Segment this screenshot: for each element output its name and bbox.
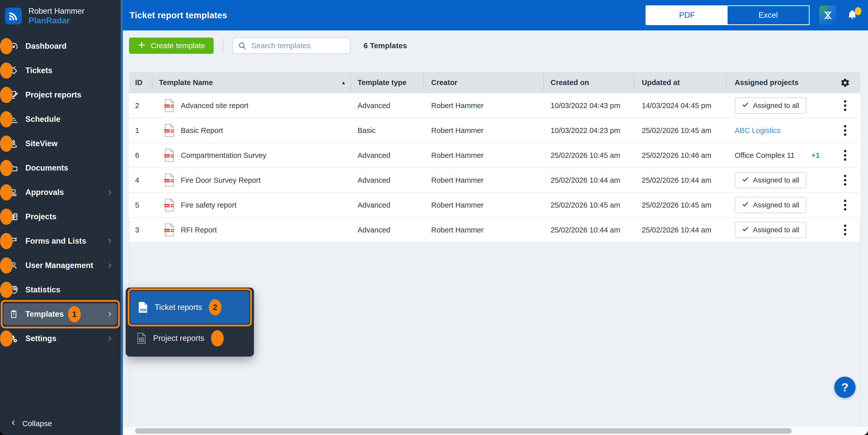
chevron-right-icon xyxy=(106,262,113,269)
sidebar-item-schedule[interactable]: Schedule xyxy=(0,107,121,131)
chevron-right-icon xyxy=(106,335,113,342)
cell-template-name: Compartmentation Survey xyxy=(181,151,267,160)
sidebar-item-forms-and-lists[interactable]: Forms and Lists xyxy=(0,229,121,253)
sidebar-item-templates[interactable]: Templates 1 xyxy=(0,302,121,326)
row-actions-kebab-icon[interactable] xyxy=(830,193,860,217)
help-button[interactable]: ? xyxy=(834,377,856,398)
cell-updated-at: 25/02/2026 10:44 am xyxy=(634,168,726,192)
row-actions-kebab-icon[interactable] xyxy=(830,93,860,118)
column-header-name[interactable]: Template Name▲ xyxy=(152,72,350,93)
sidebar-item-projects[interactable]: Projects xyxy=(0,205,121,229)
row-actions-kebab-icon[interactable] xyxy=(830,143,860,168)
cell-updated-at: 14/03/2024 04:45 pm xyxy=(634,93,726,118)
search-input[interactable] xyxy=(232,38,350,54)
assigned-to-all-chip[interactable]: Assigned to all xyxy=(735,197,806,213)
template-count: 6 Templates xyxy=(363,41,407,50)
cell-template-type: Advanced xyxy=(350,143,424,168)
table-row[interactable]: 4 PDF Fire Door Survey Report Advanced R… xyxy=(129,168,860,193)
cell-template-type: Advanced xyxy=(350,218,424,242)
submenu-item-project-reports[interactable]: Project reports xyxy=(129,326,251,351)
cell-template-type: Advanced xyxy=(350,93,424,118)
cell-id: 2 xyxy=(129,93,152,118)
column-settings-gear-icon[interactable] xyxy=(840,78,850,88)
pdf-file-icon: PDF xyxy=(164,174,175,187)
chevron-right-icon xyxy=(106,238,113,244)
svg-text:PDF: PDF xyxy=(164,229,169,232)
row-actions-kebab-icon[interactable] xyxy=(830,218,860,242)
assigned-project-link[interactable]: ABC Logistics xyxy=(735,126,781,135)
account-block[interactable]: Robert Hammer PlanRadar xyxy=(0,0,121,25)
table-row[interactable]: 5 PDF Fire safety report Advanced Robert… xyxy=(129,193,860,218)
sidebar-item-user-management[interactable]: User Management xyxy=(0,253,121,278)
sidebar-item-statistics[interactable]: Statistics xyxy=(0,278,121,302)
cell-template-name: RFI Report xyxy=(181,226,217,234)
assigned-to-all-chip[interactable]: Assigned to all xyxy=(735,172,806,188)
sidebar-item-tickets[interactable]: Tickets xyxy=(0,58,121,83)
column-header-gear[interactable] xyxy=(830,72,860,93)
notification-bell-icon[interactable] xyxy=(846,8,859,22)
sidebar-item-approvals[interactable]: Approvals xyxy=(0,180,121,205)
column-header-creator[interactable]: Creator xyxy=(424,72,544,93)
sidebar-item-project-reports[interactable]: Project reports xyxy=(0,83,121,107)
sidebar-item-dashboard[interactable]: Dashboard xyxy=(0,34,121,58)
step-badge xyxy=(0,184,13,200)
cell-id: 3 xyxy=(129,218,152,242)
step-badge: 2 xyxy=(209,299,221,315)
excel-toggle-button[interactable]: Excel xyxy=(727,6,809,24)
sidebar-collapse-button[interactable]: Collapse xyxy=(10,419,52,428)
create-template-button[interactable]: Create template xyxy=(129,38,214,54)
submenu-item-ticket-reports[interactable]: PDF Ticket reports 2 xyxy=(130,291,249,324)
table-header-row: IDTemplate Name▲Template typeCreatorCrea… xyxy=(129,72,860,93)
table-row[interactable]: 6 PDF Compartmentation Survey Advanced R… xyxy=(129,143,860,168)
cell-created-on: 10/03/2022 04:23 pm xyxy=(544,118,634,143)
cell-created-on: 25/02/2026 10:45 am xyxy=(544,193,634,217)
table-row[interactable]: 1 PDF Basic Report Basic Robert Hammer 1… xyxy=(129,118,860,143)
check-icon xyxy=(742,226,749,235)
cell-creator: Robert Hammer xyxy=(424,93,544,118)
step-badge xyxy=(0,62,13,79)
cell-template-type: Basic xyxy=(350,118,424,143)
table-row[interactable]: 3 PDF RFI Report Advanced Robert Hammer … xyxy=(129,218,860,243)
search-icon xyxy=(238,41,247,50)
cell-creator: Robert Hammer xyxy=(424,118,544,143)
chevron-left-icon xyxy=(10,419,17,428)
assigned-to-all-chip[interactable]: Assigned to all xyxy=(735,222,806,238)
cell-creator: Robert Hammer xyxy=(424,143,544,168)
cell-assigned-projects: Assigned to all xyxy=(726,218,830,242)
cell-updated-at: 25/02/2026 10:44 am xyxy=(634,218,726,242)
pdf-file-icon: PDF xyxy=(164,198,175,212)
sidebar-item-documents[interactable]: Documents xyxy=(0,156,121,180)
spreadsheet-file-icon xyxy=(136,332,147,344)
cell-assigned-projects: Office Complex 11+1 xyxy=(726,143,830,168)
step-badge xyxy=(0,87,13,103)
row-actions-kebab-icon[interactable] xyxy=(830,168,860,192)
sidebar-nav: Dashboard Tickets Project reports Schedu… xyxy=(0,34,121,351)
column-header-created[interactable]: Created on xyxy=(544,72,634,93)
column-header-updated[interactable]: Updated at xyxy=(634,72,726,93)
brand-name: PlanRadar xyxy=(28,16,85,25)
column-header-id[interactable]: ID xyxy=(129,72,152,93)
column-header-assigned[interactable]: Assigned projects xyxy=(726,72,830,93)
table-row[interactable]: 2 PDF Advanced site report Advanced Robe… xyxy=(129,93,860,118)
cell-created-on: 25/02/2026 10:45 am xyxy=(544,143,634,168)
sidebar-item-siteview[interactable]: SiteView xyxy=(0,131,121,156)
horizontal-scrollbar-thumb[interactable] xyxy=(135,428,792,434)
cell-creator: Robert Hammer xyxy=(424,168,544,192)
cell-created-on: 25/02/2026 10:44 am xyxy=(544,218,634,242)
step-badge xyxy=(211,330,224,346)
column-header-type[interactable]: Template type xyxy=(350,72,424,93)
assigned-to-all-chip[interactable]: Assigned to all xyxy=(735,97,806,114)
cell-id: 5 xyxy=(129,193,152,217)
cell-creator: Robert Hammer xyxy=(424,218,544,242)
sidebar-item-settings[interactable]: Settings xyxy=(0,326,121,351)
toolbar: Create template 6 Templates xyxy=(129,38,407,54)
step-badge xyxy=(0,257,13,274)
cell-creator: Robert Hammer xyxy=(424,193,544,217)
pdf-toggle-button[interactable]: PDF xyxy=(646,6,727,24)
check-icon xyxy=(742,176,749,185)
pdf-file-icon: PDF xyxy=(138,302,148,313)
toolbar-divider xyxy=(223,38,223,53)
row-actions-kebab-icon[interactable] xyxy=(830,118,860,143)
assigned-more-link[interactable]: +1 xyxy=(811,151,820,160)
app-switcher-icon[interactable] xyxy=(819,6,837,25)
